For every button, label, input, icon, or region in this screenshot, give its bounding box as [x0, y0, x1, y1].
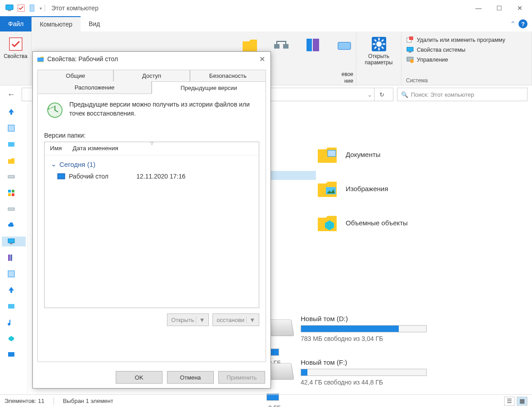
versions-list[interactable]: ▽ Имя Дата изменения ⌄ Сегодня (1) Рабоч… [44, 142, 259, 308]
folder-pictures[interactable]: Изображения [316, 178, 408, 199]
svg-rect-34 [8, 208, 14, 210]
item-count: Элементов: 11 [5, 398, 45, 404]
svg-rect-38 [10, 255, 12, 261]
search-box[interactable]: 🔍 Поиск: Этот компьютер [397, 88, 527, 101]
folder-documents[interactable]: Документы [316, 144, 408, 165]
svg-rect-33 [12, 193, 14, 196]
cancel-button[interactable]: Отмена [167, 371, 214, 384]
sidebar-item[interactable] [2, 269, 26, 279]
manage-link[interactable]: Управление [406, 56, 505, 64]
svg-rect-5 [274, 44, 280, 49]
drive-usage-bar [301, 325, 427, 332]
svg-rect-30 [8, 190, 11, 192]
properties-button[interactable]: Свойства [1, 33, 30, 61]
svg-rect-42 [8, 352, 14, 357]
folder-qat-icon[interactable] [28, 3, 38, 13]
sidebar-item[interactable] [2, 123, 26, 133]
apply-button[interactable]: Применить [218, 371, 265, 384]
sidebar-item[interactable] [2, 350, 26, 360]
view-tiles-button[interactable]: ▦ [517, 397, 527, 406]
back-button[interactable]: ← [5, 90, 18, 99]
uninstall-icon [406, 36, 414, 44]
svg-rect-32 [8, 193, 11, 196]
sidebar-item[interactable] [2, 253, 26, 263]
sidebar-this-pc[interactable] [2, 237, 26, 246]
tab-computer[interactable]: Компьютер [32, 16, 80, 31]
maximize-button[interactable]: ☐ [489, 1, 509, 15]
dropdown-icon[interactable]: ⌄ [367, 91, 372, 98]
sidebar-item[interactable] [2, 318, 26, 327]
dialog-close-button[interactable]: ✕ [257, 55, 267, 63]
sidebar-item[interactable] [2, 188, 26, 198]
status-bar: Элементов: 11 Выбран 1 элемент ☰ ▦ [0, 394, 532, 407]
sidebar-item[interactable] [2, 285, 26, 295]
collapse-ribbon-icon[interactable]: ⌃ [510, 20, 516, 28]
sidebar-item[interactable] [2, 156, 26, 165]
refresh-button[interactable]: ↻ [374, 88, 389, 101]
dropdown-icon[interactable]: ▼ [196, 317, 205, 323]
svg-point-25 [410, 59, 414, 63]
monitor-icon [406, 46, 414, 54]
tab-security[interactable]: Безопасность [190, 70, 266, 81]
tab-previous-versions[interactable]: Предыдущие версии [152, 81, 266, 94]
help-button[interactable]: ? [518, 19, 527, 28]
sidebar-item[interactable] [2, 204, 26, 214]
3d-objects-folder-icon [316, 212, 338, 233]
dialog-tabs-row1: Общие Доступ Безопасность [37, 70, 266, 81]
svg-rect-41 [8, 304, 14, 309]
tab-location[interactable]: Расположение [37, 81, 152, 94]
versions-label: Версии папки: [44, 132, 259, 139]
col-name[interactable]: Имя [45, 142, 67, 155]
sidebar-onedrive[interactable] [2, 220, 26, 230]
tab-sharing[interactable]: Доступ [113, 70, 189, 81]
svg-rect-8 [313, 39, 319, 51]
svg-rect-21 [409, 36, 413, 40]
media-icon [304, 36, 322, 54]
drive-f[interactable]: Новый том (F:) 42,4 ГБ свободно из 44,8 … [266, 358, 427, 386]
col-date[interactable]: Дата изменения [67, 142, 123, 155]
divider [45, 4, 45, 12]
ok-button[interactable]: OK [116, 371, 162, 384]
qat-dropdown-icon[interactable]: ▾ [40, 6, 42, 11]
svg-rect-3 [30, 5, 34, 12]
open-version-button[interactable]: Открыть ▼ [167, 313, 209, 326]
computer-icon [5, 3, 14, 13]
folder-3d-objects[interactable]: Объемные объекты [316, 212, 408, 233]
sidebar-item[interactable] [2, 301, 26, 311]
tab-file[interactable]: Файл [0, 16, 32, 31]
svg-point-11 [376, 41, 382, 47]
dropdown-icon[interactable]: ▼ [246, 317, 255, 323]
svg-rect-28 [8, 142, 14, 147]
tab-general[interactable]: Общие [37, 70, 113, 81]
svg-rect-43 [328, 150, 336, 157]
search-icon: 🔍 [401, 91, 408, 98]
sidebar-item[interactable] [2, 107, 26, 117]
list-group[interactable]: ⌄ Сегодня (1) [45, 156, 259, 170]
sidebar-item[interactable] [2, 172, 26, 182]
ribbon-tabs: Файл Компьютер Вид ⌃ ? [0, 16, 532, 31]
chevron-down-icon: ⌄ [51, 160, 57, 168]
uninstall-link[interactable]: Удалить или изменить программу [406, 36, 505, 44]
minimize-button[interactable]: — [468, 1, 489, 15]
sidebar-item[interactable] [2, 334, 26, 344]
sidebar-item[interactable] [2, 139, 26, 149]
svg-rect-22 [407, 47, 413, 51]
tab-view[interactable]: Вид [81, 16, 108, 31]
drive-d[interactable]: Новый том (D:) 783 МБ свободно из 3,04 Г… [266, 315, 427, 342]
open-settings-button[interactable]: Открыть параметры [362, 33, 396, 67]
view-details-button[interactable]: ☰ [504, 397, 515, 406]
system-props-link[interactable]: Свойства системы [406, 46, 505, 54]
restore-version-button[interactable]: осстанови ▼ [212, 313, 259, 326]
drive-map-icon [335, 36, 353, 54]
quick-access-toolbar: ▾ [2, 3, 42, 13]
dialog-tabs-row2: Расположение Предыдущие версии [37, 81, 266, 94]
dialog-titlebar[interactable]: Свойства: Рабочий стол ✕ [33, 52, 271, 66]
selected-item-highlight [266, 171, 316, 180]
svg-rect-47 [58, 174, 65, 179]
close-button[interactable]: ✕ [509, 1, 530, 15]
group-label-system: Система [406, 77, 428, 85]
checkbox-icon [7, 35, 25, 53]
properties-qat-icon[interactable] [16, 3, 26, 13]
svg-rect-23 [409, 52, 411, 53]
version-item[interactable]: Рабочий стол 12.11.2020 17:16 [45, 170, 259, 183]
